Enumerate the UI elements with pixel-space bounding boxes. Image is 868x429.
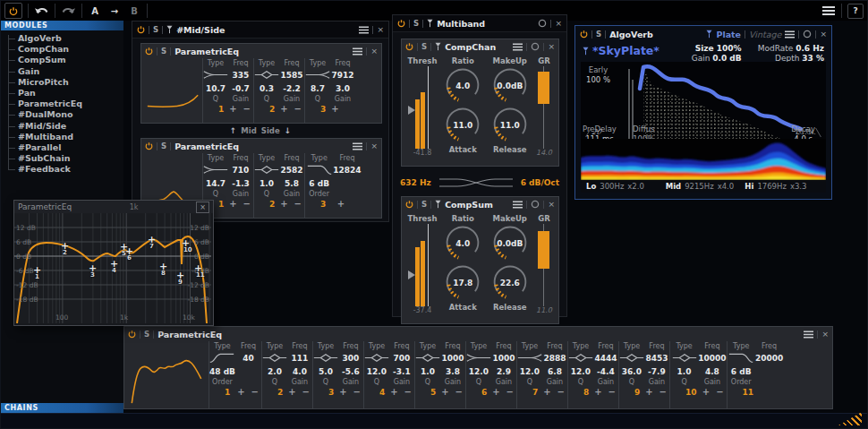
threshold-arrow-icon[interactable] [408, 106, 415, 115]
solo-button[interactable]: S [161, 142, 166, 150]
attack-knob[interactable]: 11.0 [443, 106, 482, 145]
freq-value[interactable]: 2582 [280, 166, 302, 175]
remove-band-button[interactable]: − [455, 388, 463, 397]
add-band-button[interactable]: + [280, 105, 287, 114]
power-button[interactable] [137, 25, 145, 34]
solo-button[interactable]: S [161, 47, 166, 56]
band-number[interactable]: 1 [225, 388, 230, 397]
thresh-value[interactable]: -37.4 [413, 306, 432, 315]
freq-value[interactable]: 2888 [543, 354, 566, 363]
sidebar-module-item[interactable]: #Feedback [1, 164, 123, 175]
filter-type-icon[interactable] [203, 164, 228, 176]
remove-band-button[interactable]: − [608, 388, 616, 397]
filter-type-icon[interactable] [364, 352, 389, 364]
sidebar-module-item[interactable]: CompChan [1, 44, 123, 55]
makeup-knob[interactable]: 0.0dB [490, 224, 530, 263]
bypass-circle-button[interactable] [531, 42, 540, 51]
freq-value[interactable]: 40 [243, 354, 254, 363]
freq-value[interactable]: 20000 [755, 354, 783, 363]
remove-band-button[interactable]: − [660, 388, 667, 397]
filter-type-icon[interactable] [415, 352, 440, 364]
solo-button[interactable]: S [144, 330, 149, 339]
filter-type-icon[interactable] [262, 352, 287, 364]
gain-value[interactable]: -1.3 [232, 179, 250, 188]
pin-icon[interactable] [166, 25, 173, 34]
pin-icon[interactable] [435, 200, 441, 209]
sidebar-module-item[interactable]: CompSum [1, 55, 123, 65]
filter-type-icon[interactable] [568, 352, 593, 364]
filter-type-icon[interactable] [307, 164, 332, 176]
q-or-order-value[interactable]: 0.3 [260, 84, 274, 93]
close-button[interactable]: × [370, 142, 378, 150]
remove-band-button[interactable]: − [506, 388, 514, 397]
freq-value[interactable]: 1585 [280, 71, 302, 80]
remove-band-button[interactable]: − [404, 388, 412, 397]
remove-band-button[interactable]: − [716, 388, 723, 397]
crossover-curves-icon[interactable] [437, 176, 515, 190]
gain-value[interactable]: -2.2 [283, 84, 301, 93]
early-param[interactable]: Early100 % [586, 65, 610, 84]
power-button[interactable] [145, 142, 153, 150]
q-or-order-value[interactable]: 6 dB [309, 179, 329, 188]
freq-value[interactable]: 700 [394, 354, 411, 363]
ab-compare-a-button[interactable]: A [88, 4, 102, 18]
band-number[interactable]: 2 [277, 388, 283, 397]
close-button[interactable]: × [555, 20, 562, 28]
freq-value[interactable]: 12824 [333, 166, 361, 175]
band-number[interactable]: 11 [743, 388, 754, 397]
band-number[interactable]: 3 [328, 388, 334, 397]
filter-type-icon[interactable] [466, 352, 491, 364]
add-band-button[interactable]: + [229, 105, 236, 114]
band-number[interactable]: 5 [430, 388, 436, 397]
q-or-order-value[interactable]: 36.0 [622, 367, 642, 376]
filter-type-icon[interactable] [305, 69, 330, 81]
q-or-order-value[interactable]: 12.0 [520, 367, 540, 376]
close-button[interactable]: × [821, 330, 829, 339]
remove-band-button[interactable]: − [294, 200, 302, 209]
module-menu-button[interactable] [785, 30, 795, 39]
solo-button[interactable]: S [421, 42, 427, 51]
freq-value[interactable]: 300 [343, 354, 360, 363]
sidebar-module-item[interactable]: #SubChain [1, 153, 123, 164]
bypass-circle-button[interactable] [531, 200, 540, 209]
power-button[interactable] [405, 42, 413, 51]
add-band-button[interactable]: + [331, 105, 338, 114]
q-or-order-value[interactable]: 12.0 [469, 367, 489, 376]
module-menu-button[interactable] [353, 142, 362, 150]
attack-knob[interactable]: 17.8 [443, 263, 482, 303]
freq-value[interactable]: 1000 [441, 354, 464, 363]
band-number[interactable]: 1 [218, 200, 224, 209]
band-number[interactable]: 2 [269, 200, 275, 209]
solo-button[interactable]: S [596, 30, 601, 39]
release-knob[interactable]: 11.0 [490, 106, 530, 145]
filter-type-icon[interactable] [728, 352, 753, 364]
remove-band-button[interactable]: − [251, 388, 259, 397]
remove-band-button[interactable]: − [243, 105, 251, 114]
sidebar-module-item[interactable]: Pan [1, 88, 123, 99]
close-button[interactable]: × [820, 30, 827, 39]
reverb-band-setting[interactable]: Hi 1769Hz x3.3 [745, 182, 821, 191]
filter-type-icon[interactable] [672, 352, 697, 364]
ab-compare-b-button[interactable]: B [127, 4, 141, 18]
q-or-order-value[interactable]: 1.0 [677, 367, 692, 376]
pin-icon[interactable] [435, 42, 441, 51]
add-band-button[interactable]: + [543, 388, 550, 397]
freq-value[interactable]: 710 [233, 166, 250, 175]
add-band-button[interactable]: + [390, 388, 397, 397]
close-button[interactable]: × [196, 202, 209, 213]
sidebar-module-item[interactable]: MicroPitch [1, 77, 123, 88]
module-menu-button[interactable] [359, 26, 369, 34]
band-number[interactable]: 1 [218, 105, 224, 114]
power-button[interactable] [145, 47, 153, 56]
power-button[interactable] [128, 330, 136, 339]
modules-header[interactable]: MODULES [1, 21, 123, 30]
gain-value[interactable]: 2.9 [497, 367, 511, 376]
q-or-order-value[interactable]: 8.7 [311, 84, 325, 93]
crossover-slope[interactable]: 6 dB/Oct [521, 178, 559, 187]
q-or-order-value[interactable]: 10.7 [206, 84, 226, 93]
sidebar-module-item[interactable]: #Mid/Side [1, 121, 123, 132]
release-knob[interactable]: 22.6 [490, 263, 530, 303]
q-or-order-value[interactable]: 12.0 [571, 367, 591, 376]
help-button[interactable]: ? [847, 4, 864, 19]
eq-graph[interactable]: 12 dB6 dB0 dB-6 dB-12 dB-18 dB 12 dB6 dB… [14, 213, 211, 323]
